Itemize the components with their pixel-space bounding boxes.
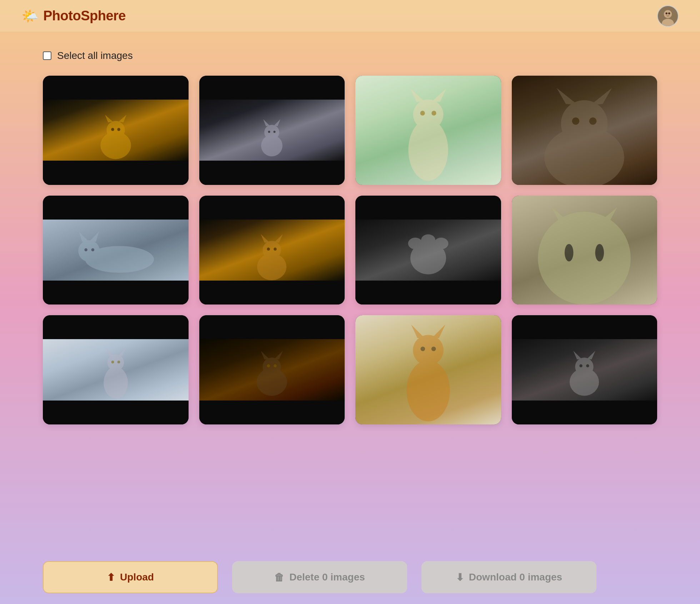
svg-point-51: [595, 244, 604, 262]
svg-point-43: [421, 235, 435, 246]
svg-point-63: [274, 364, 277, 368]
svg-point-39: [267, 248, 270, 251]
delete-button[interactable]: 🗑 Delete 0 images: [232, 561, 407, 593]
select-all-label: Select all images: [57, 50, 133, 61]
photo-card[interactable]: [199, 196, 345, 305]
photo-card[interactable]: [43, 76, 189, 185]
photo-card[interactable]: [199, 315, 345, 424]
svg-marker-7: [105, 115, 112, 122]
svg-point-69: [431, 346, 436, 351]
photo-card[interactable]: [43, 196, 189, 305]
svg-point-9: [111, 128, 114, 131]
photo-card[interactable]: [355, 76, 501, 185]
delete-label: Delete 0 images: [289, 572, 365, 583]
svg-point-64: [406, 360, 450, 421]
delete-icon: 🗑: [274, 572, 284, 583]
svg-point-10: [117, 128, 120, 131]
svg-point-44: [434, 238, 448, 250]
photo-card[interactable]: [512, 76, 658, 185]
svg-marker-72: [573, 351, 582, 359]
photo-card[interactable]: [355, 315, 501, 424]
svg-point-4: [668, 12, 670, 14]
svg-point-71: [575, 358, 594, 376]
avatar[interactable]: [657, 5, 679, 27]
svg-point-30: [78, 240, 100, 262]
svg-point-36: [263, 241, 281, 259]
svg-point-24: [561, 100, 608, 147]
photo-card[interactable]: [199, 76, 345, 185]
photo-card[interactable]: [512, 315, 658, 424]
upload-icon: ⬆: [107, 572, 115, 583]
logo-sun-icon: 🌤️: [21, 8, 38, 24]
photo-card[interactable]: [355, 196, 501, 305]
svg-marker-19: [410, 89, 425, 102]
svg-marker-37: [261, 234, 269, 243]
svg-point-15: [268, 131, 270, 133]
app-title: PhotoSphere: [43, 8, 126, 24]
svg-point-12: [264, 125, 279, 140]
svg-marker-14: [274, 119, 280, 126]
svg-point-75: [586, 364, 589, 368]
select-all-row: Select all images: [43, 50, 657, 61]
svg-point-45: [538, 212, 631, 304]
svg-point-28: [589, 117, 597, 125]
svg-point-53: [108, 354, 124, 371]
svg-marker-31: [79, 232, 89, 242]
download-icon: ⬇: [456, 572, 464, 583]
download-button[interactable]: ⬇ Download 0 images: [421, 561, 596, 593]
svg-point-18: [413, 99, 443, 130]
svg-point-65: [413, 335, 444, 366]
svg-point-74: [580, 364, 583, 368]
logo-area: 🌤️ PhotoSphere: [21, 8, 126, 24]
svg-marker-13: [263, 119, 270, 126]
photo-card[interactable]: [43, 315, 189, 424]
svg-point-22: [431, 111, 436, 115]
app-header: 🌤️ PhotoSphere: [0, 0, 700, 32]
svg-point-16: [274, 131, 276, 133]
download-label: Download 0 images: [469, 572, 562, 583]
upload-button[interactable]: ⬆ Upload: [43, 561, 218, 593]
svg-point-40: [274, 248, 277, 251]
svg-marker-32: [89, 232, 99, 242]
svg-point-1: [664, 10, 672, 18]
svg-point-57: [117, 361, 120, 363]
svg-marker-73: [587, 351, 595, 359]
svg-marker-8: [119, 115, 126, 122]
svg-point-52: [104, 367, 128, 398]
photo-card[interactable]: [512, 196, 658, 305]
svg-point-33: [84, 248, 88, 251]
main-content: Select all images: [0, 32, 700, 604]
svg-marker-54: [106, 348, 114, 356]
select-all-checkbox[interactable]: [43, 51, 51, 60]
svg-point-68: [420, 346, 425, 351]
svg-marker-61: [274, 351, 283, 359]
svg-point-56: [111, 361, 114, 363]
svg-point-59: [263, 358, 281, 376]
svg-point-6: [106, 121, 125, 139]
svg-point-62: [267, 364, 270, 368]
svg-point-42: [408, 238, 422, 250]
svg-point-21: [420, 111, 425, 115]
svg-marker-38: [274, 234, 283, 243]
svg-point-27: [572, 117, 580, 125]
svg-point-50: [565, 244, 573, 262]
svg-marker-60: [261, 351, 269, 359]
svg-marker-26: [590, 88, 612, 105]
upload-label: Upload: [120, 572, 154, 583]
svg-marker-25: [557, 88, 578, 105]
svg-marker-55: [118, 348, 126, 356]
svg-point-3: [665, 12, 668, 14]
footer: ⬆ Upload 🗑 Delete 0 images ⬇ Download 0 …: [0, 550, 700, 604]
svg-marker-20: [431, 89, 446, 102]
photo-grid: [43, 76, 657, 424]
svg-point-34: [91, 248, 94, 251]
